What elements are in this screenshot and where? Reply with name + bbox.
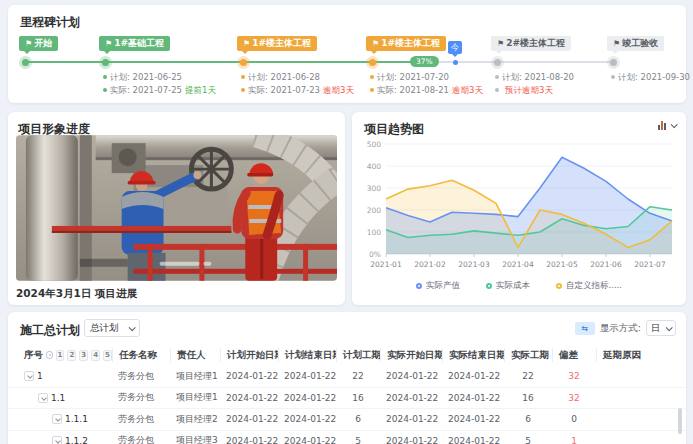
- display-mode-select[interactable]: 日: [646, 320, 676, 336]
- table-cell: 6: [336, 414, 380, 424]
- level-button[interactable]: 1: [56, 350, 65, 361]
- legend-item[interactable]: 实际产值: [416, 280, 460, 292]
- table-cell: 2024-01-22: [278, 393, 336, 403]
- trend-view-select[interactable]: [658, 121, 676, 130]
- date-key: 计划:: [248, 72, 271, 82]
- table-cell: 1.1: [18, 393, 112, 403]
- level-button[interactable]: 3: [79, 350, 88, 361]
- trend-chart-panel: 项目趋势图 5004003002001000%2021-012021-02202…: [352, 112, 686, 305]
- table-cell: 2024-01-22: [442, 393, 504, 403]
- column-header: 实际开始日期: [380, 348, 442, 362]
- table-row[interactable]: 1劳务分包项目经理12024-01-222024-01-22222024-01-…: [8, 366, 686, 388]
- table-body: 1劳务分包项目经理12024-01-222024-01-22222024-01-…: [8, 366, 686, 444]
- milestone-date-line: 计划: 2021-08-20: [495, 71, 574, 84]
- table-cell: 6: [504, 414, 552, 424]
- date-key: 计划:: [618, 72, 641, 82]
- milestone-date-line: 预计逾期3天: [495, 84, 574, 97]
- bullet-dot: [103, 88, 107, 92]
- column-header: 计划工期: [336, 348, 380, 362]
- table-cell: 劳务分包: [112, 370, 170, 383]
- project-progress-photo[interactable]: [16, 135, 337, 281]
- row-index: 1.1.1: [65, 414, 88, 424]
- expand-toggle-icon[interactable]: [24, 371, 34, 381]
- view-toggle-badge[interactable]: ⇆: [575, 322, 595, 335]
- milestone-label: ⚑1#楼主体工程: [237, 36, 317, 51]
- level-button[interactable]: 2: [67, 350, 76, 361]
- table-cell: 2024-01-22: [442, 371, 504, 381]
- milestone-progress-badge: 37%: [410, 56, 439, 67]
- milestone-label-text: 2#楼主体工程: [506, 38, 565, 48]
- flag-icon: ⚑: [105, 39, 112, 48]
- date-value: 2021-08-20: [525, 72, 574, 82]
- milestone-node: [240, 59, 247, 66]
- level-button[interactable]: 5: [103, 350, 112, 361]
- legend-marker-icon: [556, 283, 562, 289]
- table-cell: 2024-01-22: [442, 436, 504, 444]
- flag-icon: ⚑: [372, 39, 379, 48]
- table-cell: 劳务分包: [112, 391, 170, 404]
- date-key: 实际:: [110, 85, 133, 95]
- x-tick-label: 2021-02: [414, 260, 446, 269]
- date-note: 逾期3天: [323, 85, 354, 95]
- table-cell: 5: [504, 436, 552, 444]
- legend-label: 实际产值: [426, 280, 460, 292]
- table-cell: 16: [336, 393, 380, 403]
- milestone-label-text: 1#基础工程: [114, 38, 164, 48]
- legend-item[interactable]: 自定义指标.....: [556, 280, 622, 292]
- bullet-dot: [370, 88, 374, 92]
- date-key: 计划:: [377, 72, 400, 82]
- milestone-node: [102, 59, 109, 66]
- y-tick-label: 500: [367, 140, 382, 149]
- table-row[interactable]: 1.1.2劳务分包项目经理32024-01-222024-01-2252024-…: [8, 431, 686, 444]
- table-row[interactable]: 1.1.1劳务分包项目经理22024-01-222024-01-2262024-…: [8, 409, 686, 431]
- display-mode-value: 日: [651, 322, 660, 335]
- date-key: 实际:: [377, 85, 400, 95]
- column-header: 计划结束日期: [278, 348, 336, 362]
- milestone-label-text: 开始: [34, 38, 52, 48]
- expand-toggle-icon[interactable]: [38, 393, 48, 403]
- table-row[interactable]: 1.1劳务分包项目经理12024-01-222024-01-22162024-0…: [8, 388, 686, 410]
- milestone-date-line: 计划: 2021-07-20: [370, 71, 483, 84]
- expand-toggle-icon[interactable]: [52, 414, 62, 424]
- plan-type-select[interactable]: 总计划: [84, 319, 140, 337]
- date-value: 2021-07-25: [133, 85, 182, 95]
- legend-item[interactable]: 实际成本: [486, 280, 530, 292]
- table-scrollbar[interactable]: [678, 408, 682, 434]
- column-header: 责任人: [170, 348, 220, 362]
- level-button[interactable]: 4: [91, 350, 100, 361]
- x-tick-label: 2021-01: [370, 260, 402, 269]
- x-tick-label: 2021-05: [546, 260, 578, 269]
- milestone-dates: 计划: 2021-07-20实际: 2021-08-21逾期3天: [370, 71, 483, 96]
- column-header: 延期原因: [596, 348, 668, 362]
- column-header: 实际结束日期: [442, 348, 504, 362]
- gear-icon[interactable]: [46, 351, 53, 359]
- table-cell: 2024-01-22: [220, 414, 278, 424]
- chevron-down-icon: [671, 121, 678, 128]
- date-value: 2021-08-21: [400, 85, 449, 95]
- chevron-down-icon: [666, 324, 673, 331]
- table-cell: 2024-01-22: [380, 371, 442, 381]
- flag-icon: ⚑: [243, 39, 250, 48]
- table-cell: 2024-01-22: [220, 393, 278, 403]
- column-header: 序号12345: [18, 348, 112, 362]
- milestone-node: [494, 59, 501, 66]
- table-cell: 2024-01-22: [278, 436, 336, 444]
- y-tick-label: 100: [367, 228, 382, 237]
- y-tick-label: 0%: [369, 250, 381, 259]
- table-cell: 项目经理1: [170, 391, 220, 404]
- y-tick-label: 400: [367, 162, 382, 171]
- milestone-date-line: 计划: 2021-06-28: [241, 71, 354, 84]
- column-header: 实际工期: [504, 348, 552, 362]
- milestone-label-text: 1#楼主体工程: [252, 38, 311, 48]
- table-cell: 16: [504, 393, 552, 403]
- milestone-label: ⚑1#基础工程: [99, 36, 170, 51]
- milestone-dates: 计划: 2021-06-25实际: 2021-07-25提前1天: [103, 71, 216, 96]
- display-mode-label: 显示方式:: [600, 322, 641, 335]
- date-key: 实际:: [248, 85, 271, 95]
- table-cell: 2024-01-22: [220, 371, 278, 381]
- bullet-dot: [611, 75, 615, 79]
- table-cell: 2024-01-22: [220, 436, 278, 444]
- milestone-dates: 计划: 2021-09-30: [611, 71, 690, 84]
- expand-toggle-icon[interactable]: [52, 436, 62, 444]
- bullet-dot: [495, 75, 499, 79]
